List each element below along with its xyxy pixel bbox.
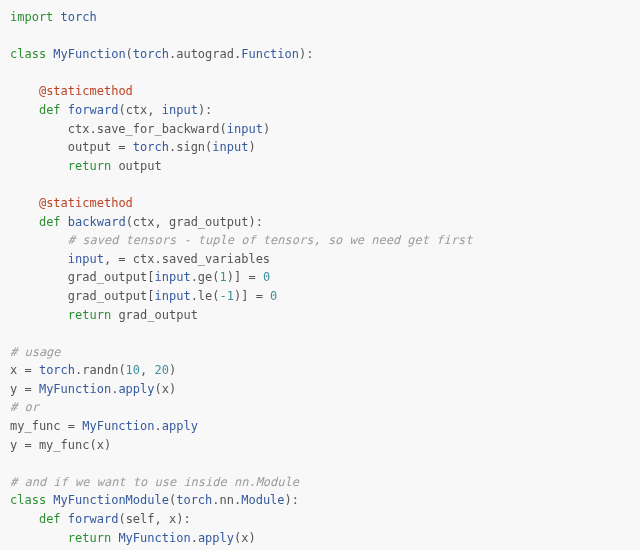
code-token: return: [68, 159, 111, 173]
code-token: [61, 103, 68, 117]
code-token: torch: [39, 363, 75, 377]
code-token: apply: [118, 382, 154, 396]
code-token: MyFunction: [118, 531, 190, 545]
code-token: return: [68, 308, 111, 322]
code-token: def: [39, 512, 61, 526]
code-token: MyFunction: [39, 382, 111, 396]
code-token: output =: [68, 140, 133, 154]
code-token: 20: [155, 363, 169, 377]
code-token: [10, 177, 17, 191]
code-token: 10: [126, 363, 140, 377]
code-token: Module: [241, 493, 284, 507]
code-line: output = torch.sign(input): [10, 138, 630, 157]
code-token: y = my_func(x): [10, 438, 111, 452]
code-token: MyFunction: [53, 47, 125, 61]
code-token: backward: [68, 215, 126, 229]
code-line: grad_output[input.ge(1)] = 0: [10, 268, 630, 287]
code-token: forward: [68, 103, 119, 117]
code-line: # saved tensors - tuple of tensors, so w…: [10, 231, 630, 250]
code-token: .autograd.: [169, 47, 241, 61]
code-token: y =: [10, 382, 39, 396]
code-token: MyFunction: [82, 419, 154, 433]
code-token: Function: [241, 47, 299, 61]
code-token: input: [155, 289, 191, 303]
code-line: input, = ctx.saved_variables: [10, 250, 630, 269]
code-token: (x): [234, 531, 256, 545]
code-token: # saved tensors - tuple of tensors, so w…: [68, 233, 473, 247]
code-token: # or: [10, 400, 39, 414]
code-token: torch: [133, 47, 169, 61]
code-token: x =: [10, 363, 39, 377]
code-token: input: [162, 103, 198, 117]
code-token: grad_output[: [68, 270, 155, 284]
code-line: def backward(ctx, grad_output):: [10, 213, 630, 232]
code-token: # usage: [10, 345, 61, 359]
code-token: ): [263, 122, 270, 136]
code-line: x = torch.randn(10, 20): [10, 361, 630, 380]
code-line: @staticmethod: [10, 82, 630, 101]
code-token: ): [248, 140, 255, 154]
code-token: class: [10, 493, 46, 507]
code-token: ):: [299, 47, 313, 61]
code-token: apply: [198, 531, 234, 545]
code-token: .randn(: [75, 363, 126, 377]
code-token: output: [111, 159, 162, 173]
code-line: [10, 64, 630, 83]
code-token: )] =: [227, 270, 263, 284]
code-token: torch: [61, 10, 97, 24]
code-line: @staticmethod: [10, 194, 630, 213]
code-line: ctx.save_for_backward(input): [10, 120, 630, 139]
code-token: input: [227, 122, 263, 136]
code-token: ,: [140, 363, 154, 377]
code-token: def: [39, 215, 61, 229]
code-line: grad_output[input.le(-1)] = 0: [10, 287, 630, 306]
code-token: input: [212, 140, 248, 154]
code-token: [10, 66, 17, 80]
code-token: .sign(: [169, 140, 212, 154]
code-token: my_func =: [10, 419, 82, 433]
code-line: my_func = MyFunction.apply: [10, 417, 630, 436]
code-line: import torch: [10, 8, 630, 27]
code-token: ):: [198, 103, 212, 117]
code-line: def forward(self, x):: [10, 510, 630, 529]
code-token: )] =: [234, 289, 270, 303]
code-token: apply: [162, 419, 198, 433]
code-token: (ctx,: [118, 103, 161, 117]
code-token: 1: [220, 270, 227, 284]
code-token: @staticmethod: [39, 84, 133, 98]
code-token: return: [68, 531, 111, 545]
code-line: # or: [10, 398, 630, 417]
code-line: return output: [10, 157, 630, 176]
code-token: [10, 29, 17, 43]
code-line: return MyFunction.apply(x): [10, 529, 630, 548]
code-token: (: [126, 47, 133, 61]
code-token: MyFunctionModule: [53, 493, 169, 507]
code-token: (x): [155, 382, 177, 396]
code-token: input: [155, 270, 191, 284]
code-token: (ctx, grad_output):: [126, 215, 263, 229]
code-token: [61, 215, 68, 229]
code-token: 0: [270, 289, 277, 303]
code-token: 0: [263, 270, 270, 284]
code-line: return grad_output: [10, 306, 630, 325]
code-line: class MyFunction(torch.autograd.Function…: [10, 45, 630, 64]
code-token: torch: [176, 493, 212, 507]
code-token: ctx.save_for_backward(: [68, 122, 227, 136]
code-token: [61, 512, 68, 526]
code-line: y = MyFunction.apply(x): [10, 380, 630, 399]
code-line: y = my_func(x): [10, 436, 630, 455]
code-line: [10, 324, 630, 343]
code-token: import: [10, 10, 53, 24]
code-token: [53, 10, 60, 24]
code-token: .nn.: [212, 493, 241, 507]
code-token: .le(: [191, 289, 220, 303]
code-token: class: [10, 47, 46, 61]
code-line: def forward(ctx, input):: [10, 101, 630, 120]
code-token: .: [155, 419, 162, 433]
code-token: ): [169, 363, 176, 377]
code-token: [10, 456, 17, 470]
code-line: [10, 175, 630, 194]
code-token: grad_output[: [68, 289, 155, 303]
code-token: forward: [68, 512, 119, 526]
code-token: -1: [220, 289, 234, 303]
